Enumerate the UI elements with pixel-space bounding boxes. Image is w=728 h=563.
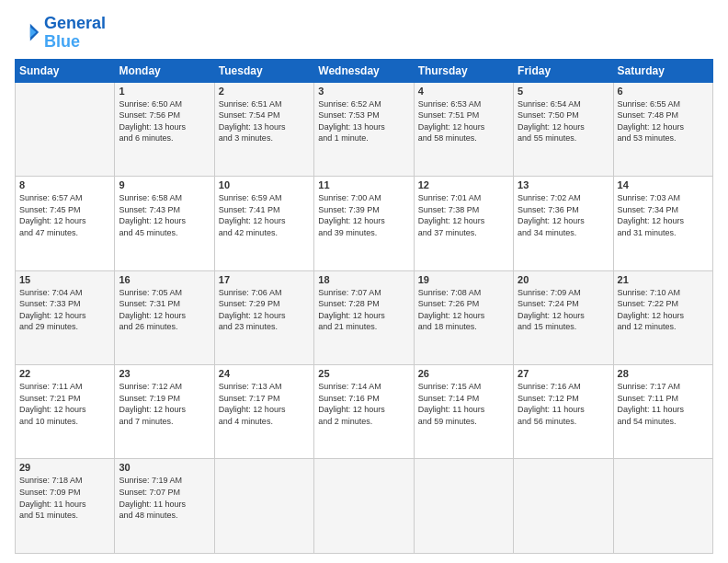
calendar-cell: 13Sunrise: 7:02 AM Sunset: 7:36 PM Dayli… (514, 177, 613, 270)
day-number: 15 (19, 274, 110, 285)
col-header-friday: Friday (514, 59, 613, 82)
day-number: 18 (318, 274, 409, 285)
day-number: 10 (219, 179, 310, 190)
calendar-cell: 12Sunrise: 7:01 AM Sunset: 7:38 PM Dayli… (414, 177, 513, 270)
day-info: Sunrise: 7:06 AM Sunset: 7:29 PM Dayligh… (219, 287, 310, 333)
calendar-cell: 1Sunrise: 6:50 AM Sunset: 7:56 PM Daylig… (115, 82, 214, 176)
day-number: 2 (219, 86, 310, 97)
header: General Blue (15, 15, 713, 52)
day-info: Sunrise: 7:17 AM Sunset: 7:11 PM Dayligh… (618, 381, 709, 427)
calendar-table: SundayMondayTuesdayWednesdayThursdayFrid… (15, 59, 713, 554)
day-number: 1 (119, 86, 210, 97)
day-info: Sunrise: 6:50 AM Sunset: 7:56 PM Dayligh… (119, 98, 210, 144)
day-info: Sunrise: 7:08 AM Sunset: 7:26 PM Dayligh… (418, 287, 509, 333)
calendar-cell: 17Sunrise: 7:06 AM Sunset: 7:29 PM Dayli… (214, 270, 313, 364)
day-number: 11 (318, 179, 409, 190)
day-number: 22 (19, 368, 110, 379)
calendar-cell: 23Sunrise: 7:12 AM Sunset: 7:19 PM Dayli… (115, 365, 214, 459)
day-info: Sunrise: 7:19 AM Sunset: 7:07 PM Dayligh… (119, 475, 210, 521)
day-number: 24 (219, 368, 310, 379)
day-number: 30 (119, 462, 210, 473)
day-info: Sunrise: 6:54 AM Sunset: 7:50 PM Dayligh… (518, 98, 609, 144)
calendar-cell: 14Sunrise: 7:03 AM Sunset: 7:34 PM Dayli… (613, 177, 712, 270)
calendar-cell: 26Sunrise: 7:15 AM Sunset: 7:14 PM Dayli… (414, 365, 513, 459)
col-header-saturday: Saturday (613, 59, 712, 82)
calendar-cell: 30Sunrise: 7:19 AM Sunset: 7:07 PM Dayli… (115, 459, 214, 554)
day-info: Sunrise: 7:18 AM Sunset: 7:09 PM Dayligh… (19, 475, 110, 521)
day-info: Sunrise: 6:52 AM Sunset: 7:53 PM Dayligh… (318, 98, 409, 144)
day-info: Sunrise: 7:04 AM Sunset: 7:33 PM Dayligh… (19, 287, 110, 333)
day-info: Sunrise: 6:59 AM Sunset: 7:41 PM Dayligh… (219, 192, 310, 238)
calendar-cell: 27Sunrise: 7:16 AM Sunset: 7:12 PM Dayli… (514, 365, 613, 459)
day-number: 21 (618, 274, 709, 285)
day-info: Sunrise: 7:15 AM Sunset: 7:14 PM Dayligh… (418, 381, 509, 427)
day-number: 25 (318, 368, 409, 379)
calendar-cell: 20Sunrise: 7:09 AM Sunset: 7:24 PM Dayli… (514, 270, 613, 364)
page: General Blue SundayMondayTuesdayWednesda… (0, 0, 728, 563)
calendar-cell: 3Sunrise: 6:52 AM Sunset: 7:53 PM Daylig… (314, 82, 414, 176)
calendar-week-4: 22Sunrise: 7:11 AM Sunset: 7:21 PM Dayli… (16, 365, 713, 459)
calendar-cell: 5Sunrise: 6:54 AM Sunset: 7:50 PM Daylig… (514, 82, 613, 176)
calendar-cell (314, 459, 414, 554)
calendar-cell: 2Sunrise: 6:51 AM Sunset: 7:54 PM Daylig… (214, 82, 313, 176)
col-header-wednesday: Wednesday (314, 59, 414, 82)
calendar-cell (514, 459, 613, 554)
day-info: Sunrise: 7:10 AM Sunset: 7:22 PM Dayligh… (618, 287, 709, 333)
day-number: 5 (518, 86, 609, 97)
day-number: 9 (119, 179, 210, 190)
calendar-cell: 28Sunrise: 7:17 AM Sunset: 7:11 PM Dayli… (613, 365, 712, 459)
day-info: Sunrise: 7:02 AM Sunset: 7:36 PM Dayligh… (518, 192, 609, 238)
day-info: Sunrise: 6:58 AM Sunset: 7:43 PM Dayligh… (119, 192, 210, 238)
day-number: 13 (518, 179, 609, 190)
calendar-cell: 15Sunrise: 7:04 AM Sunset: 7:33 PM Dayli… (16, 270, 115, 364)
day-number: 4 (418, 86, 509, 97)
day-number: 20 (518, 274, 609, 285)
day-info: Sunrise: 7:01 AM Sunset: 7:38 PM Dayligh… (418, 192, 509, 238)
day-number: 23 (119, 368, 210, 379)
col-header-thursday: Thursday (414, 59, 513, 82)
day-number: 26 (418, 368, 509, 379)
logo-icon (15, 20, 40, 46)
col-header-sunday: Sunday (16, 59, 115, 82)
calendar-week-2: 8Sunrise: 6:57 AM Sunset: 7:45 PM Daylig… (16, 177, 713, 270)
calendar-cell: 22Sunrise: 7:11 AM Sunset: 7:21 PM Dayli… (16, 365, 115, 459)
day-info: Sunrise: 6:57 AM Sunset: 7:45 PM Dayligh… (19, 192, 110, 238)
day-info: Sunrise: 6:53 AM Sunset: 7:51 PM Dayligh… (418, 98, 509, 144)
day-info: Sunrise: 7:07 AM Sunset: 7:28 PM Dayligh… (318, 287, 409, 333)
logo: General Blue (15, 15, 106, 52)
day-info: Sunrise: 7:09 AM Sunset: 7:24 PM Dayligh… (518, 287, 609, 333)
calendar-cell: 16Sunrise: 7:05 AM Sunset: 7:31 PM Dayli… (115, 270, 214, 364)
day-number: 29 (19, 462, 110, 473)
col-header-tuesday: Tuesday (214, 59, 313, 82)
calendar-header: SundayMondayTuesdayWednesdayThursdayFrid… (16, 59, 713, 82)
day-info: Sunrise: 6:51 AM Sunset: 7:54 PM Dayligh… (219, 98, 310, 144)
calendar-cell (16, 82, 115, 176)
calendar-week-1: 1Sunrise: 6:50 AM Sunset: 7:56 PM Daylig… (16, 82, 713, 176)
day-number: 17 (219, 274, 310, 285)
day-info: Sunrise: 7:03 AM Sunset: 7:34 PM Dayligh… (618, 192, 709, 238)
day-number: 8 (19, 179, 110, 190)
day-info: Sunrise: 7:11 AM Sunset: 7:21 PM Dayligh… (19, 381, 110, 427)
calendar-cell (214, 459, 313, 554)
calendar-week-3: 15Sunrise: 7:04 AM Sunset: 7:33 PM Dayli… (16, 270, 713, 364)
calendar-cell: 18Sunrise: 7:07 AM Sunset: 7:28 PM Dayli… (314, 270, 414, 364)
day-number: 16 (119, 274, 210, 285)
calendar-cell: 11Sunrise: 7:00 AM Sunset: 7:39 PM Dayli… (314, 177, 414, 270)
day-info: Sunrise: 7:16 AM Sunset: 7:12 PM Dayligh… (518, 381, 609, 427)
day-info: Sunrise: 7:05 AM Sunset: 7:31 PM Dayligh… (119, 287, 210, 333)
day-info: Sunrise: 7:00 AM Sunset: 7:39 PM Dayligh… (318, 192, 409, 238)
day-number: 27 (518, 368, 609, 379)
calendar-cell: 24Sunrise: 7:13 AM Sunset: 7:17 PM Dayli… (214, 365, 313, 459)
calendar-body: 1Sunrise: 6:50 AM Sunset: 7:56 PM Daylig… (16, 82, 713, 553)
col-header-monday: Monday (115, 59, 214, 82)
day-number: 19 (418, 274, 509, 285)
calendar-cell: 21Sunrise: 7:10 AM Sunset: 7:22 PM Dayli… (613, 270, 712, 364)
calendar-cell: 9Sunrise: 6:58 AM Sunset: 7:43 PM Daylig… (115, 177, 214, 270)
calendar-cell: 25Sunrise: 7:14 AM Sunset: 7:16 PM Dayli… (314, 365, 414, 459)
calendar-cell: 8Sunrise: 6:57 AM Sunset: 7:45 PM Daylig… (16, 177, 115, 270)
calendar-week-5: 29Sunrise: 7:18 AM Sunset: 7:09 PM Dayli… (16, 459, 713, 554)
day-number: 28 (618, 368, 709, 379)
day-info: Sunrise: 6:55 AM Sunset: 7:48 PM Dayligh… (618, 98, 709, 144)
day-info: Sunrise: 7:13 AM Sunset: 7:17 PM Dayligh… (219, 381, 310, 427)
calendar-cell (613, 459, 712, 554)
